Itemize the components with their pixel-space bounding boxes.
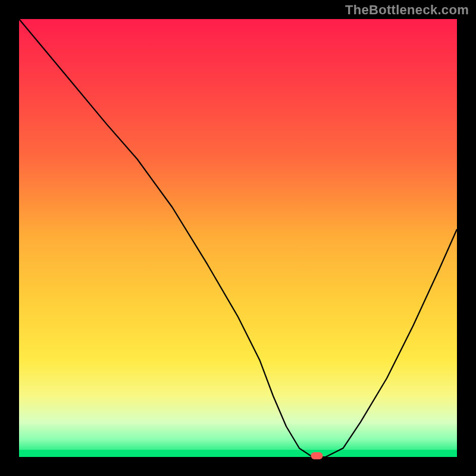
optimum-marker [311, 452, 323, 459]
plot-area [19, 19, 457, 457]
baseline-band [19, 450, 457, 457]
chart-frame: TheBottleneck.com [0, 0, 476, 476]
watermark-label: TheBottleneck.com [345, 2, 469, 18]
bottleneck-chart-svg [0, 0, 476, 476]
